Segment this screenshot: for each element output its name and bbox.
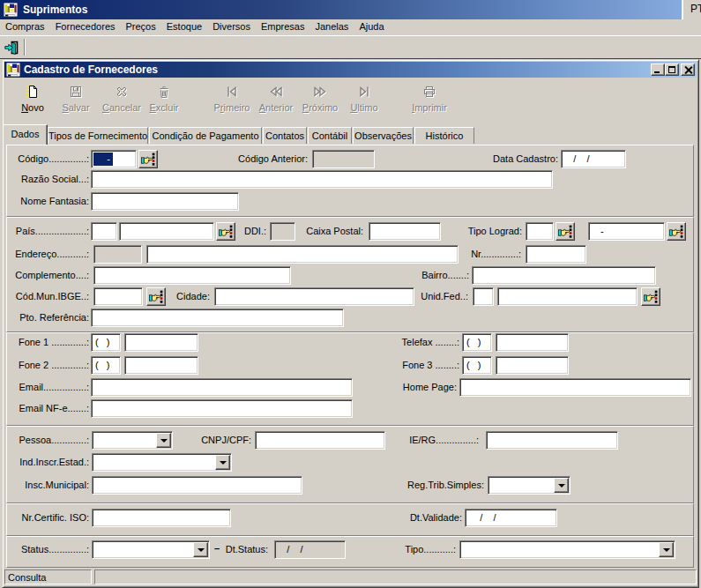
email-nfe-input[interactable] — [91, 399, 353, 418]
bairro-input[interactable] — [472, 266, 656, 285]
unid-fed-input-2[interactable] — [497, 287, 638, 306]
ddi-input[interactable] — [270, 222, 295, 241]
fone2-input[interactable] — [124, 356, 198, 375]
primeiro-button[interactable]: Primeiro — [211, 84, 253, 119]
codigo-input[interactable]: - — [91, 150, 137, 168]
pessoa-combo[interactable] — [92, 431, 173, 450]
dt-validade-label: Dt.Validade: — [404, 512, 462, 524]
status-dropdown-button[interactable] — [193, 542, 208, 557]
main-titlebar[interactable] — [0, 0, 682, 19]
endereco-input[interactable] — [93, 245, 142, 264]
salvar-button[interactable]: Salvar — [55, 84, 97, 119]
data-cadastro-input[interactable]: / / — [561, 150, 626, 168]
anterior-button[interactable]: Anterior — [255, 84, 297, 119]
imprimir-button-label: Imprimir — [408, 103, 451, 113]
pais-input-2[interactable] — [119, 222, 214, 241]
unid-fed-lookup-button[interactable] — [641, 287, 660, 306]
close-button[interactable] — [681, 63, 695, 76]
nome-fantasia-input[interactable] — [91, 192, 239, 211]
minimize-button[interactable] — [651, 63, 665, 76]
exit-button[interactable] — [1, 38, 22, 57]
fone1-ddd-input[interactable]: ( ) — [91, 333, 121, 352]
menu-item-ajuda[interactable]: Ajuda — [354, 19, 389, 35]
tab-tipos-de-fornecimento[interactable]: Tipos de Fornecimento — [48, 127, 148, 144]
status-combo[interactable] — [92, 540, 210, 559]
endereco-label: Endereço...........: — [7, 249, 89, 260]
ie-rg-input[interactable] — [486, 431, 618, 450]
tipo-lograd-input[interactable] — [526, 222, 554, 241]
tab-historico[interactable]: Histórico — [414, 127, 474, 144]
print-icon — [422, 85, 436, 99]
ie-rg-label: IE/RG...............: — [404, 435, 479, 446]
tipo-lograd-lookup-button[interactable] — [667, 222, 686, 241]
maximize-icon — [668, 66, 675, 73]
fone1-input[interactable] — [124, 333, 198, 352]
pais-input[interactable] — [91, 222, 117, 241]
email-label: Email................: — [7, 382, 89, 393]
app-icon[interactable] — [4, 3, 18, 17]
excluir-button[interactable]: Excluir — [143, 84, 185, 119]
language-indicator[interactable]: PT — [682, 0, 701, 19]
tab-contabil[interactable]: Contábil — [308, 127, 352, 144]
menu-item-estoque[interactable]: Estoque — [161, 19, 207, 35]
telefax-input[interactable] — [496, 333, 569, 352]
cnpj-cpf-input[interactable] — [255, 431, 385, 450]
fone3-ddd-input[interactable]: ( ) — [462, 356, 492, 375]
tipo-dropdown-button[interactable] — [659, 542, 674, 557]
unid-fed-input[interactable] — [473, 287, 494, 306]
cnpj-cpf-label: CNPJ/CPF: — [198, 435, 251, 446]
pto-referencia-input[interactable] — [91, 309, 344, 327]
dropdown-arrow-icon — [558, 484, 565, 488]
ind-inscr-estad-dropdown-button[interactable] — [215, 455, 230, 470]
ind-inscr-estad-combo[interactable] — [92, 453, 232, 472]
maximize-button[interactable] — [665, 63, 679, 76]
novo-button[interactable]: Novo — [11, 84, 54, 119]
menu-item-janelas[interactable]: Janelas — [309, 19, 354, 35]
fone2-ddd-input[interactable]: ( ) — [91, 356, 121, 375]
ultimo-button[interactable]: Ultimo — [343, 84, 385, 119]
dt-status-input[interactable]: / / — [274, 540, 346, 559]
cod-mun-ibge-input[interactable] — [93, 287, 143, 306]
razao-social-input[interactable] — [91, 170, 553, 189]
email-input[interactable] — [91, 378, 353, 397]
codigo-lookup-button[interactable] — [138, 150, 158, 168]
data-cadastro-value: / / — [565, 153, 590, 165]
main-toolbar — [0, 35, 701, 59]
menu-item-diversos[interactable]: Diversos — [207, 19, 256, 35]
nr-certific-iso-input[interactable] — [92, 509, 231, 527]
cod-mun-ibge-lookup-button[interactable] — [146, 287, 166, 306]
home-page-input[interactable] — [459, 378, 691, 397]
cancelar-button[interactable]: Cancelar — [101, 84, 143, 119]
cidade-input[interactable] — [214, 287, 414, 306]
menu-item-precos[interactable]: Preços — [121, 19, 161, 35]
pessoa-dropdown-button[interactable] — [156, 433, 171, 448]
endereco-input-2[interactable] — [146, 245, 459, 264]
nr-input[interactable] — [526, 245, 586, 264]
menu-item-fornecedores[interactable]: Fornecedores — [50, 19, 121, 35]
menu-item-compras[interactable]: Compras — [0, 19, 50, 35]
insc-municipal-input[interactable] — [92, 476, 302, 495]
tab-contatos[interactable]: Contatos — [263, 127, 307, 144]
caixa-postal-input[interactable] — [369, 222, 441, 241]
dropdown-arrow-icon — [663, 548, 670, 552]
imprimir-button[interactable]: Imprimir — [408, 84, 451, 119]
proximo-button[interactable]: Próximo — [299, 84, 341, 119]
tab-condicao-de-pagamento[interactable]: Condição de Pagamento — [149, 127, 262, 144]
codigo-anterior-input[interactable] — [312, 150, 375, 168]
telefax-ddd-input[interactable]: ( ) — [462, 333, 492, 352]
tipo-lograd-input-2[interactable]: - — [588, 222, 665, 241]
complemento-input[interactable] — [93, 266, 291, 285]
reg-trib-simples-combo[interactable] — [488, 476, 570, 495]
reg-trib-simples-dropdown-button[interactable] — [554, 478, 569, 493]
fone2-value: ( ) — [95, 360, 110, 371]
fone3-input[interactable] — [496, 356, 569, 375]
pais-lookup-button[interactable] — [216, 222, 235, 241]
codigo-selected-text: - — [93, 153, 113, 166]
tab-dados[interactable]: Dados — [3, 124, 48, 145]
tipo-lograd-lookup-button[interactable] — [556, 222, 575, 241]
tab-observacoes[interactable]: Observações — [353, 127, 414, 144]
menu-item-empresas[interactable]: Empresas — [256, 19, 310, 35]
form-icon[interactable] — [6, 63, 20, 77]
dt-validade-input[interactable]: / / — [465, 509, 557, 527]
tipo-combo[interactable] — [459, 540, 675, 559]
